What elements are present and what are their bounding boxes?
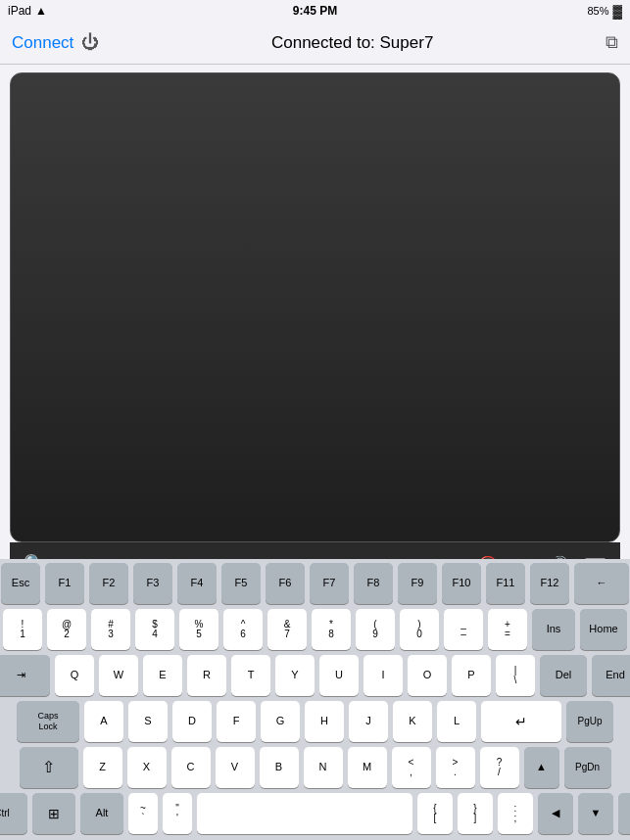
key-shift-left[interactable]: ⇧ <box>20 747 78 788</box>
key-e[interactable]: E <box>143 655 182 696</box>
key-f5[interactable]: F5 <box>221 563 261 604</box>
connect-button[interactable]: Connect <box>12 33 73 53</box>
key-home[interactable]: Home <box>580 609 627 650</box>
key-esc[interactable]: Esc <box>1 563 40 604</box>
keyboard-row-5: ⇧ Z X C V B N M <, >. ?/ ▲ PgDn <box>3 747 627 788</box>
key-c[interactable]: C <box>171 747 211 788</box>
key-b[interactable]: B <box>260 747 299 788</box>
key-k[interactable]: K <box>393 701 432 742</box>
key-a[interactable]: A <box>84 701 123 742</box>
key-0[interactable]: )0 <box>400 609 439 650</box>
key-space[interactable] <box>197 793 412 834</box>
key-tilde[interactable]: ~` <box>128 793 158 834</box>
key-enter[interactable]: ↵ <box>481 701 561 742</box>
key-equals[interactable]: += <box>488 609 527 650</box>
display-area[interactable] <box>10 72 620 542</box>
key-arrow-right[interactable]: ▶ <box>618 793 630 834</box>
key-w[interactable]: W <box>99 655 138 696</box>
key-g[interactable]: G <box>261 701 300 742</box>
key-tab[interactable]: ⇥ <box>0 655 50 696</box>
key-f10[interactable]: F10 <box>442 563 481 604</box>
key-q[interactable]: Q <box>55 655 94 696</box>
key-7[interactable]: &7 <box>267 609 307 650</box>
key-pgup[interactable]: PgUp <box>566 701 613 742</box>
key-backslash[interactable]: |\ <box>496 655 535 696</box>
key-quote[interactable]: "' <box>163 793 192 834</box>
keyboard-row-1: Esc F1 F2 F3 F4 F5 F6 F7 F8 F9 F10 F11 F… <box>3 563 627 604</box>
key-bracket-left[interactable]: {[ <box>417 793 453 834</box>
key-2[interactable]: @2 <box>47 609 86 650</box>
key-slash[interactable]: ?/ <box>480 747 519 788</box>
key-minus[interactable]: _– <box>444 609 483 650</box>
key-m[interactable]: M <box>348 747 387 788</box>
key-semicolon[interactable]: :; <box>498 793 533 834</box>
key-5[interactable]: %5 <box>179 609 218 650</box>
key-u[interactable]: U <box>319 655 359 696</box>
key-ctrl[interactable]: Ctrl <box>0 793 27 834</box>
key-l[interactable]: L <box>437 701 476 742</box>
key-3[interactable]: #3 <box>91 609 130 650</box>
key-s[interactable]: S <box>128 701 168 742</box>
key-comma[interactable]: <, <box>392 747 431 788</box>
key-i[interactable]: I <box>363 655 403 696</box>
battery-icon: ▓ <box>613 4 622 19</box>
key-bracket-right[interactable]: }] <box>458 793 493 834</box>
nav-left: Connect ⏻ <box>12 32 99 53</box>
key-f9[interactable]: F9 <box>398 563 437 604</box>
key-8[interactable]: *8 <box>312 609 351 650</box>
key-y[interactable]: Y <box>275 655 315 696</box>
keyboard-row-3: ⇥ Q W E R T Y U I O P |\ Del End <box>3 655 627 696</box>
key-f7[interactable]: F7 <box>310 563 349 604</box>
key-f3[interactable]: F3 <box>133 563 172 604</box>
keyboard-row-6: Ctrl ⊞ Alt ~` "' {[ }] :; ◀ ▼ ▶ <box>3 793 627 834</box>
key-f[interactable]: F <box>217 701 256 742</box>
key-f12[interactable]: F12 <box>530 563 569 604</box>
key-alt[interactable]: Alt <box>80 793 123 834</box>
status-bar: iPad ▲ 9:45 PM 85% ▓ <box>0 0 630 22</box>
key-f1[interactable]: F1 <box>45 563 84 604</box>
keyboard-area: Esc F1 F2 F3 F4 F5 F6 F7 F8 F9 F10 F11 F… <box>0 559 630 840</box>
power-button[interactable]: ⏻ <box>81 32 99 53</box>
key-1[interactable]: !1 <box>3 609 42 650</box>
key-f11[interactable]: F11 <box>486 563 525 604</box>
key-p[interactable]: P <box>452 655 491 696</box>
key-f6[interactable]: F6 <box>266 563 305 604</box>
status-time: 9:45 PM <box>293 4 337 18</box>
key-d[interactable]: D <box>172 701 212 742</box>
key-r[interactable]: R <box>187 655 226 696</box>
keyboard-row-2: !1 @2 #3 $4 %5 ^6 &7 *8 (9 )0 _– += Ins … <box>3 609 627 650</box>
key-ins[interactable]: Ins <box>532 609 575 650</box>
key-arrow-up[interactable]: ▲ <box>524 747 559 788</box>
key-z[interactable]: Z <box>83 747 122 788</box>
status-right: 85% ▓ <box>587 4 622 19</box>
status-left: iPad ▲ <box>8 4 47 18</box>
key-windows[interactable]: ⊞ <box>32 793 75 834</box>
key-4[interactable]: $4 <box>135 609 174 650</box>
key-del[interactable]: Del <box>540 655 587 696</box>
key-arrow-left[interactable]: ◀ <box>538 793 573 834</box>
nav-bar: Connect ⏻ Connected to: Super7 ⧉ <box>0 22 630 65</box>
key-9[interactable]: (9 <box>356 609 395 650</box>
key-f4[interactable]: F4 <box>177 563 217 604</box>
key-arrow-down[interactable]: ▼ <box>578 793 613 834</box>
key-x[interactable]: X <box>127 747 167 788</box>
key-pgdn[interactable]: PgDn <box>564 747 611 788</box>
key-h[interactable]: H <box>305 701 344 742</box>
key-j[interactable]: J <box>349 701 388 742</box>
key-o[interactable]: O <box>408 655 447 696</box>
key-f8[interactable]: F8 <box>354 563 393 604</box>
key-caps-lock[interactable]: CapsLock <box>17 701 79 742</box>
key-t[interactable]: T <box>231 655 270 696</box>
key-6[interactable]: ^6 <box>223 609 263 650</box>
key-period[interactable]: >. <box>436 747 475 788</box>
key-n[interactable]: N <box>304 747 343 788</box>
battery-percent: 85% <box>587 5 608 17</box>
key-f2[interactable]: F2 <box>89 563 128 604</box>
key-end[interactable]: End <box>592 655 630 696</box>
document-button[interactable]: ⧉ <box>606 32 618 53</box>
key-v[interactable]: V <box>216 747 255 788</box>
key-backspace[interactable]: ← <box>574 563 629 604</box>
device-label: iPad <box>8 4 31 18</box>
keyboard-row-4: CapsLock A S D F G H J K L ↵ PgUp <box>3 701 627 742</box>
wifi-icon: ▲ <box>35 4 47 18</box>
